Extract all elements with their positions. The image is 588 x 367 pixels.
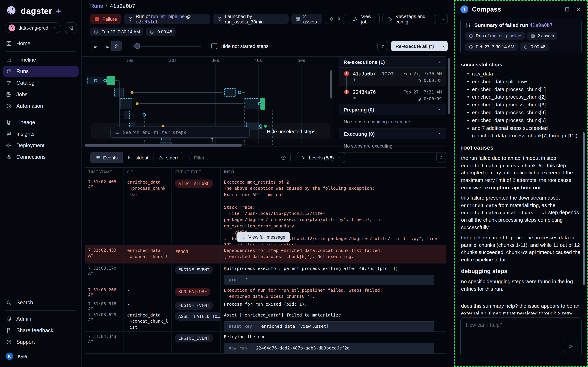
compass-scrollbar-thumb[interactable]: [583, 132, 585, 285]
gantt-success-dot[interactable]: [264, 125, 267, 128]
step-search-input[interactable]: Search and filter steps: [110, 127, 250, 138]
sidebar-item-search[interactable]: Search: [3, 297, 79, 308]
run-id[interactable]: 22484a76: [353, 89, 376, 95]
gantt-chart[interactable]: Search and filter stepsHide unselected s…: [85, 64, 333, 145]
gantt-step-box[interactable]: [124, 111, 130, 119]
flag-icon: [6, 327, 12, 333]
open-in-new-icon[interactable]: [564, 7, 570, 12]
sidebar-item-lineage[interactable]: Lineage: [3, 117, 79, 128]
executing-header[interactable]: Executing (0): [339, 128, 446, 139]
levels-dropdown[interactable]: Levels (5/6): [297, 152, 345, 163]
reexecution-run-row[interactable]: 41a9a0b7ROOTFeb 27, 7:30 AM*0:00:48: [339, 68, 446, 86]
user-menu[interactable]: K Kyle: [3, 350, 79, 362]
event-row[interactable]: 7:31:03.170 AM-ENGINE_EVENTMultiprocess …: [85, 264, 446, 285]
workspace-switcher[interactable]: D data-eng-prod: [5, 22, 61, 33]
connections-icon: [6, 154, 12, 160]
event-op: -: [124, 285, 172, 299]
event-row[interactable]: 7:31:02.433 AMenriched_data↳concat_chunk…: [85, 245, 446, 264]
sidebar-item-home[interactable]: Home: [3, 38, 79, 49]
error-icon: [344, 71, 349, 76]
sidebar-item-automation[interactable]: Automation: [3, 100, 79, 111]
metadata-link[interactable]: 22484a76-dcd2-487b-aeb3-db3bece6cf2d: [256, 346, 350, 351]
clear-filter-icon[interactable]: [281, 155, 286, 160]
sidebar-item-timeline[interactable]: Timeline: [3, 54, 79, 65]
gantt-retry-dot[interactable]: [130, 91, 134, 94]
gantt-marker-dot[interactable]: [258, 102, 261, 105]
gantt-step-box[interactable]: [97, 77, 104, 84]
gantt-step-box[interactable]: [245, 98, 259, 109]
gantt-marker-dot[interactable]: [259, 125, 262, 128]
events-sort-button[interactable]: [436, 152, 446, 163]
run-id[interactable]: 41a9a0b7: [353, 71, 376, 76]
gantt-step-box[interactable]: [114, 88, 124, 97]
lineage-icon: [6, 119, 12, 125]
sidebar-item-jobs[interactable]: Jobs: [3, 89, 79, 100]
gantt-vscrollbar-thumb[interactable]: [330, 70, 332, 99]
event-row[interactable]: 7:31:03.318 AM-ENGINE_EVENTProcess for r…: [85, 299, 446, 310]
hide-unselected-row[interactable]: Hide unselected steps: [258, 128, 315, 134]
event-row[interactable]: 7:31:03.629 AMenriched_data↳concat_chunk…: [85, 310, 446, 332]
metadata-link[interactable]: [View Asset]: [298, 324, 329, 329]
sidebar-item-share-feedback[interactable]: Share feedback: [3, 325, 79, 336]
slider-track[interactable]: [132, 46, 201, 47]
log-filter-input[interactable]: Filter...: [189, 152, 290, 163]
hide-unselected-checkbox[interactable]: [258, 128, 263, 134]
gantt-marker-dot[interactable]: [238, 91, 241, 94]
sidebar-item-catalog[interactable]: Catalog: [3, 77, 79, 88]
reexecution-run-row[interactable]: 22484a76Feb 27, 7:31 AM*0:00:09: [339, 86, 446, 104]
run-of-chip[interactable]: Run of run_etl_pipeline @ e2c051db: [124, 14, 210, 24]
gantt-step-box[interactable]: [120, 98, 132, 109]
hide-not-started-checkbox[interactable]: [211, 43, 217, 49]
alerts-chip[interactable]: [325, 14, 345, 24]
sidebar-item-support[interactable]: Support: [3, 336, 79, 347]
dagster-logo-icon: [5, 5, 18, 17]
pipeline-link[interactable]: run_etl_pipeline: [151, 13, 185, 19]
compass-prompt-input[interactable]: How can I help?: [460, 317, 581, 357]
run-summary-card[interactable]: Summary of failed run 41a9a0b7 Run of ru…: [460, 18, 581, 55]
timed-view-button[interactable]: [112, 41, 122, 51]
scrollbar-thumb[interactable]: [85, 144, 242, 147]
main-scrollbar-thumb[interactable]: [448, 58, 450, 114]
reexecutions-header[interactable]: Re-executions (1): [339, 57, 446, 68]
tab-stdout[interactable]: stdout: [123, 152, 153, 163]
tab-stderr[interactable]: stderr: [153, 152, 183, 163]
view-tags-config-button[interactable]: View tags and config: [382, 14, 436, 24]
preparing-header[interactable]: Preparing (0): [339, 104, 446, 115]
sidebar-item-insights[interactable]: Insights: [3, 128, 79, 139]
assets-chip[interactable]: 2 assets: [291, 14, 322, 24]
collapse-sidebar-button[interactable]: [65, 22, 77, 33]
view-full-message-button[interactable]: View full message: [237, 232, 290, 242]
gantt-success-box[interactable]: [107, 76, 115, 85]
sidebar-item-runs[interactable]: Runs: [3, 66, 79, 77]
gantt-step-box[interactable]: [224, 88, 236, 97]
sidebar-item-admin[interactable]: Admin: [3, 313, 79, 324]
more-actions-button[interactable]: [439, 14, 448, 24]
zoom-slider[interactable]: [132, 41, 201, 51]
sidebar-item-deployment[interactable]: Deployment: [3, 140, 79, 151]
gantt-sort-button[interactable]: [377, 41, 388, 51]
event-op: -: [124, 299, 172, 310]
sidebar-item-connections[interactable]: Connections: [3, 151, 79, 163]
breadcrumb-runs-link[interactable]: Runs: [90, 3, 103, 9]
reexecute-dropdown[interactable]: [439, 41, 448, 51]
reexecute-all-button[interactable]: Re-execute all (*): [391, 41, 448, 51]
gantt-hscrollbar[interactable]: [85, 144, 333, 147]
gantt-marker-dot[interactable]: [143, 113, 146, 117]
waterfall-view-button[interactable]: [102, 41, 112, 51]
view-job-button[interactable]: View job: [348, 14, 380, 24]
slider-thumb[interactable]: [134, 43, 140, 49]
logo[interactable]: dagster +: [5, 5, 61, 17]
event-row[interactable]: 7:31:04.343 AM-ENGINE_EVENTRetrying the …: [85, 332, 446, 354]
gantt-marker-dot[interactable]: [103, 79, 107, 82]
send-button[interactable]: [564, 340, 578, 353]
tab-events[interactable]: Events: [91, 152, 123, 163]
hide-not-started-row[interactable]: Hide not started steps: [211, 43, 268, 49]
gantt-retry-dot[interactable]: [136, 102, 139, 105]
close-icon[interactable]: [576, 7, 581, 12]
gantt-marker-dot[interactable]: [94, 79, 97, 82]
sort-updown-icon: [241, 235, 246, 239]
flat-view-button[interactable]: [91, 41, 102, 51]
event-row[interactable]: 7:31:03.266 AM-RUN_FAILUREExecution of r…: [85, 285, 446, 299]
commit-link[interactable]: e2c051db: [136, 19, 159, 24]
assistant-paragraph: no specific debugging steps were found i…: [461, 278, 581, 292]
